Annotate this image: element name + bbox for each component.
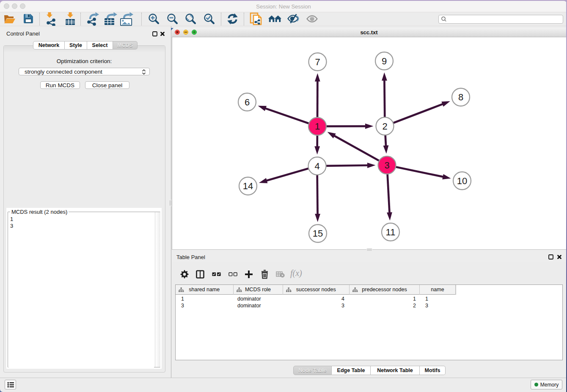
svg-text:1: 1: [315, 121, 320, 132]
svg-text:15: 15: [313, 228, 323, 239]
svg-text:8: 8: [458, 92, 463, 102]
svg-text:11: 11: [386, 227, 396, 237]
svg-text:6: 6: [245, 97, 250, 108]
svg-text:3: 3: [384, 160, 389, 171]
svg-text:4: 4: [314, 161, 319, 171]
svg-text:10: 10: [457, 176, 467, 186]
svg-text:14: 14: [243, 181, 253, 191]
svg-text:2: 2: [382, 121, 387, 132]
svg-text:7: 7: [315, 57, 320, 67]
svg-text:9: 9: [382, 56, 387, 66]
